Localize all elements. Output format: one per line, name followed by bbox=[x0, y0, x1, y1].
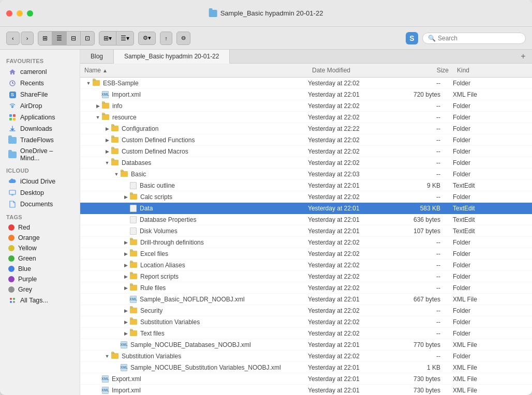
table-row[interactable]: XML Sample_NOCUBE_Databases_NOOBJ.xml Ye… bbox=[80, 339, 532, 351]
group-button[interactable]: ⊞▾ bbox=[99, 32, 116, 45]
table-row[interactable]: XML Import.xml Yesterday at 22:01 730 by… bbox=[80, 385, 532, 395]
expand-triangle[interactable]: ▼ bbox=[105, 354, 110, 359]
gallery-view-button[interactable]: ⊡ bbox=[81, 32, 94, 45]
col-header-modified[interactable]: Date Modified bbox=[308, 66, 401, 75]
table-row[interactable]: ▶ Drill-through definitions Yesterday at… bbox=[80, 237, 532, 248]
table-row[interactable]: ▶ Configuration Yesterday at 22:22 -- Fo… bbox=[80, 123, 532, 134]
expand-triangle[interactable]: ▶ bbox=[123, 331, 128, 336]
sidebar-item-purple[interactable]: Purple bbox=[2, 274, 78, 284]
table-row[interactable]: ▶ Custom Defined Macros Yesterday at 22:… bbox=[80, 146, 532, 157]
expand-triangle[interactable]: ▶ bbox=[105, 138, 110, 143]
minimize-button[interactable] bbox=[17, 10, 23, 17]
table-row[interactable]: ▶ Security Yesterday at 22:02 -- Folder bbox=[80, 305, 532, 316]
back-button[interactable]: ‹ bbox=[6, 32, 20, 45]
tab-blog[interactable]: Blog bbox=[80, 50, 114, 63]
sidebar-item-orange[interactable]: Orange bbox=[2, 233, 78, 243]
file-name-cell: XML Sample_NOCUBE_Substitution Variables… bbox=[80, 364, 308, 371]
table-row[interactable]: Data Yesterday at 22:01 583 KB TextEdit bbox=[80, 203, 532, 214]
share-button[interactable]: ↑ bbox=[160, 32, 172, 45]
expand-triangle[interactable]: ▶ bbox=[123, 320, 128, 325]
table-row[interactable]: XML Export.xml Yesterday at 22:01 730 by… bbox=[80, 373, 532, 385]
sidebar-item-tradeflows[interactable]: TradeFlows bbox=[2, 134, 78, 146]
table-row[interactable]: ▼ Databases Yesterday at 22:02 -- Folder bbox=[80, 157, 532, 169]
action-button[interactable]: ⚙▾ bbox=[138, 32, 156, 45]
tab-sample-basic[interactable]: Sample_Basic hypadmin 20-01-22 bbox=[114, 50, 230, 64]
search-input[interactable] bbox=[438, 35, 520, 42]
sidebar-item-documents[interactable]: Documents bbox=[2, 199, 78, 210]
sidebar-item-onedrive[interactable]: OneDrive – Mind... bbox=[2, 146, 78, 163]
close-button[interactable] bbox=[6, 10, 12, 17]
maximize-button[interactable] bbox=[27, 10, 33, 17]
sidebar-item-all-tags[interactable]: All Tags... bbox=[2, 295, 78, 306]
expand-triangle[interactable]: ▶ bbox=[123, 251, 128, 256]
table-row[interactable]: XML Sample_NOCUBE_Substitution Variables… bbox=[80, 362, 532, 373]
table-row[interactable]: ▶ Substitution Variables Yesterday at 22… bbox=[80, 316, 532, 328]
expand-triangle[interactable]: ▶ bbox=[123, 194, 128, 200]
sidebar-item-yellow[interactable]: Yellow bbox=[2, 243, 78, 253]
table-row[interactable]: Database Properties Yesterday at 22:01 6… bbox=[80, 214, 532, 225]
sidebar-item-cameronl[interactable]: cameronl bbox=[2, 66, 78, 78]
sidebar-item-downloads[interactable]: Downloads bbox=[2, 123, 78, 134]
sidebar-item-green[interactable]: Green bbox=[2, 253, 78, 264]
expand-triangle[interactable]: ▶ bbox=[105, 126, 110, 131]
file-name-cell: ▶ Security bbox=[80, 307, 308, 314]
file-name-cell: ▶ Drill-through definitions bbox=[80, 239, 308, 246]
expand-triangle[interactable]: ▶ bbox=[95, 103, 100, 109]
sort-button[interactable]: ☰▾ bbox=[116, 32, 134, 45]
table-row[interactable]: XML Sample_Basic_NOFLDR_NOOBJ.xml Yester… bbox=[80, 294, 532, 305]
expand-triangle[interactable]: ▶ bbox=[123, 263, 128, 268]
expand-triangle[interactable]: ▶ bbox=[123, 274, 128, 279]
list-view-button[interactable]: ☰ bbox=[52, 32, 67, 45]
expand-triangle[interactable]: ▼ bbox=[105, 160, 110, 165]
forward-button[interactable]: › bbox=[21, 32, 34, 45]
file-size-cell: -- bbox=[401, 114, 453, 121]
file-list[interactable]: ▼ ESB-Sample Yesterday at 22:02 -- Folde… bbox=[80, 78, 532, 395]
table-row[interactable]: ▼ Substitution Variables Yesterday at 22… bbox=[80, 351, 532, 362]
sidebar-item-sharefile[interactable]: S ShareFile bbox=[2, 89, 78, 100]
table-row[interactable]: ▼ Basic Yesterday at 22:03 -- Folder bbox=[80, 169, 532, 180]
expand-triangle[interactable]: ▶ bbox=[123, 308, 128, 313]
svg-point-10 bbox=[13, 301, 15, 303]
sidebar-item-red[interactable]: Red bbox=[2, 222, 78, 233]
table-row[interactable]: ▼ resource Yesterday at 22:02 -- Folder bbox=[80, 112, 532, 123]
file-modified-cell: Yesterday at 22:02 bbox=[308, 239, 401, 246]
table-row[interactable]: ▶ info Yesterday at 22:02 -- Folder bbox=[80, 100, 532, 112]
col-header-name[interactable]: Name ▲ bbox=[80, 66, 308, 75]
add-tab-button[interactable]: + bbox=[519, 52, 528, 61]
table-row[interactable]: ▶ Text files Yesterday at 22:02 -- Folde… bbox=[80, 328, 532, 339]
expand-triangle[interactable]: ▼ bbox=[114, 172, 119, 177]
col-header-size[interactable]: Size bbox=[401, 66, 453, 75]
sidebar-item-icloud-drive[interactable]: iCloud Drive bbox=[2, 176, 78, 187]
expand-triangle[interactable]: ▶ bbox=[123, 285, 128, 291]
table-row[interactable]: ▶ Custom Defined Functions Yesterday at … bbox=[80, 134, 532, 146]
file-name: resource bbox=[112, 114, 137, 121]
sidebar-item-grey[interactable]: Grey bbox=[2, 284, 78, 295]
table-row[interactable]: Disk Volumes Yesterday at 22:01 107 byte… bbox=[80, 225, 532, 237]
icon-view-button[interactable]: ⊞ bbox=[38, 32, 52, 45]
table-row[interactable]: ▼ ESB-Sample Yesterday at 22:02 -- Folde… bbox=[80, 78, 532, 89]
file-name-cell: Disk Volumes bbox=[80, 227, 308, 235]
file-size: -- bbox=[436, 193, 447, 201]
table-row[interactable]: ▶ Report scripts Yesterday at 22:02 -- F… bbox=[80, 271, 532, 282]
sidebar-item-applications[interactable]: Applications bbox=[2, 112, 78, 123]
expand-triangle[interactable]: ▼ bbox=[95, 115, 100, 120]
expand-triangle[interactable]: ▶ bbox=[105, 149, 110, 154]
expand-triangle[interactable]: ▶ bbox=[123, 240, 128, 245]
table-row[interactable]: ▶ Location Aliases Yesterday at 22:02 --… bbox=[80, 260, 532, 271]
xml-icon: XML bbox=[102, 387, 109, 394]
col-header-kind[interactable]: Kind bbox=[453, 66, 515, 75]
table-row[interactable]: ▶ Excel files Yesterday at 22:02 -- Fold… bbox=[80, 248, 532, 260]
sidebar-item-desktop[interactable]: Desktop bbox=[2, 187, 78, 199]
sidebar-item-airdrop[interactable]: AirDrop bbox=[2, 100, 78, 112]
table-row[interactable]: Basic outline Yesterday at 22:01 9 KB Te… bbox=[80, 180, 532, 191]
table-row[interactable]: XML Import.xml Yesterday at 22:01 720 by… bbox=[80, 89, 532, 100]
search-box[interactable]: 🔍 bbox=[422, 33, 526, 44]
column-view-button[interactable]: ⊟ bbox=[67, 32, 81, 45]
file-kind-cell: XML File bbox=[453, 341, 515, 348]
table-row[interactable]: ▶ Rule files Yesterday at 22:02 -- Folde… bbox=[80, 282, 532, 294]
table-row[interactable]: ▶ Calc scripts Yesterday at 22:02 -- Fol… bbox=[80, 191, 532, 203]
tags-button[interactable]: ⊖ bbox=[176, 32, 190, 45]
sidebar-item-recents[interactable]: Recents bbox=[2, 78, 78, 89]
expand-triangle[interactable]: ▼ bbox=[86, 81, 91, 86]
sidebar-item-blue[interactable]: Blue bbox=[2, 264, 78, 274]
